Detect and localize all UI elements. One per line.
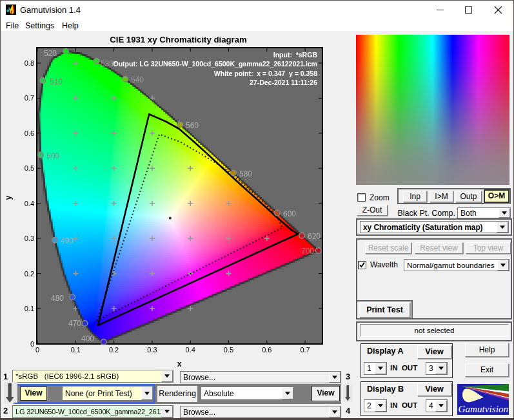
svg-text:0.6: 0.6 [262, 346, 272, 354]
svg-text:560: 560 [186, 121, 199, 130]
svg-text:470: 470 [68, 319, 81, 328]
svg-text:0.7: 0.7 [25, 94, 34, 102]
svg-text:480: 480 [51, 294, 64, 303]
svg-text:0.2: 0.2 [25, 270, 34, 278]
svg-text:620: 620 [308, 232, 321, 241]
svg-text:400: 400 [81, 334, 94, 343]
svg-text:0.3: 0.3 [147, 346, 157, 354]
svg-text:530: 530 [101, 59, 114, 68]
svg-text:Input: *sRGB: Input: *sRGB [273, 51, 318, 59]
svg-text:0: 0 [30, 340, 34, 348]
svg-text:0.6: 0.6 [25, 129, 34, 137]
svg-text:500: 500 [46, 151, 59, 160]
svg-text:580: 580 [239, 169, 252, 178]
svg-text:White point: x = 0.347 y = 0: White point: x = 0.347 y = 0.358 [214, 70, 317, 77]
svg-text:540: 540 [131, 75, 144, 84]
svg-text:0.1: 0.1 [71, 346, 81, 354]
svg-text:27-Dec-2021 11:11:26: 27-Dec-2021 11:11:26 [250, 79, 317, 86]
svg-text:y: y [4, 195, 13, 200]
svg-text:0.7: 0.7 [300, 346, 310, 354]
svg-text:510: 510 [50, 77, 63, 86]
svg-text:520: 520 [44, 49, 57, 58]
svg-text:0.2: 0.2 [109, 346, 119, 354]
svg-text:Output: LG 32UN650-W_100cd_650: Output: LG 32UN650-W_100cd_6500K_gamma22… [113, 60, 317, 68]
svg-text:0.1: 0.1 [25, 305, 34, 312]
svg-text:0.4: 0.4 [25, 200, 34, 207]
svg-text:490: 490 [61, 236, 74, 245]
svg-text:0.4: 0.4 [186, 346, 195, 354]
svg-text:0.5: 0.5 [224, 346, 233, 354]
svg-text:0.5: 0.5 [25, 164, 34, 172]
svg-text:CIE 1931 xy Chromaticity diagr: CIE 1931 xy Chromaticity diagram [110, 35, 247, 44]
svg-text:600: 600 [283, 209, 296, 218]
svg-text:0.8: 0.8 [25, 59, 34, 67]
svg-text:0: 0 [35, 346, 39, 354]
svg-text:700: 700 [301, 247, 314, 256]
svg-text:0.3: 0.3 [25, 234, 34, 242]
svg-text:x: x [177, 359, 182, 368]
svg-text:Gamutvision: Gamutvision [459, 403, 509, 414]
